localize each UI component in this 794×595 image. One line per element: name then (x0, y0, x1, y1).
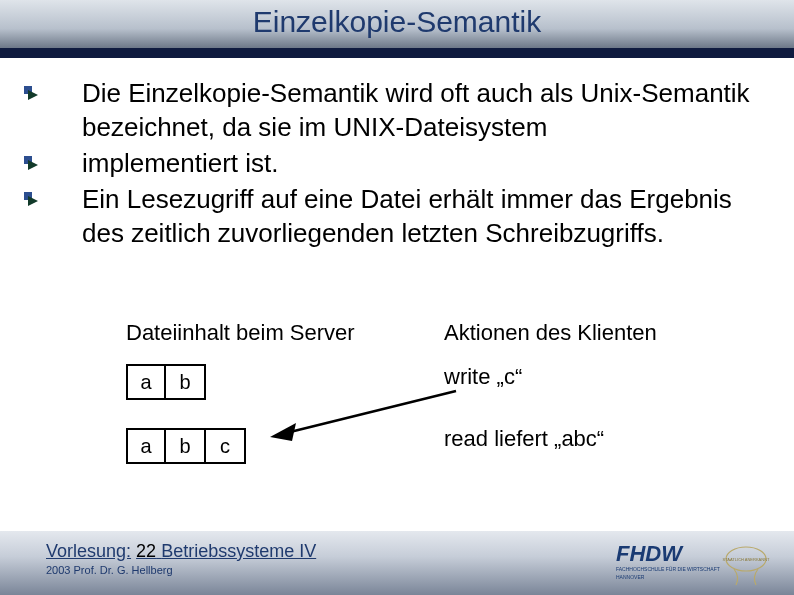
client-column-header: Aktionen des Klienten (444, 320, 784, 346)
bullet-item: implementiert ist. (24, 146, 776, 180)
illustration-area: Dateiinhalt beim Server a b a b c Aktion… (24, 320, 776, 531)
client-row-1: write „c“ (444, 364, 784, 390)
logo-main-text: FHDW (616, 541, 684, 566)
data-cell: c (206, 428, 246, 464)
bullet-item: Die Einzelkopie-Semantik wird oft auch a… (24, 76, 776, 144)
data-cell: a (126, 364, 166, 400)
slide-footer: Vorlesung: 22 Betriebssysteme IV 2003 Pr… (0, 531, 794, 595)
server-column-header: Dateiinhalt beim Server (126, 320, 446, 346)
lecture-title: Betriebssysteme IV (161, 541, 316, 561)
bullet-item: Ein Lesezugriff auf eine Datei erhält im… (24, 182, 776, 250)
client-column: Aktionen des Klienten write „c“ read lie… (444, 320, 784, 452)
svg-marker-3 (28, 160, 38, 170)
slide-title-bar: Einzelkopie-Semantik (0, 0, 794, 48)
arrow-bullet-icon (24, 156, 38, 170)
lecture-label: Vorlesung: (46, 541, 131, 561)
svg-marker-7 (270, 423, 296, 441)
bullet-text: Die Einzelkopie-Semantik wird oft auch a… (82, 76, 776, 144)
write-arrow-icon (266, 385, 458, 445)
arrow-bullet-icon (24, 86, 38, 100)
data-cell: a (126, 428, 166, 464)
svg-marker-5 (28, 196, 38, 206)
logo-sub1: FACHHOCHSCHULE FÜR DIE WIRTSCHAFT (616, 566, 720, 572)
write-action-label: write „c“ (444, 364, 522, 390)
arrow-bullet-icon (24, 192, 38, 206)
fhdw-logo: FHDW FACHHOCHSCHULE FÜR DIE WIRTSCHAFT H… (616, 541, 776, 587)
logo-seal-icon: STAATLICH ANERKANNT (723, 547, 771, 585)
data-cell: b (166, 364, 206, 400)
logo-sub2: HANNOVER (616, 574, 645, 580)
svg-line-6 (286, 391, 456, 433)
slide-title: Einzelkopie-Semantik (253, 0, 541, 44)
title-divider (0, 48, 794, 58)
bullet-text: Ein Lesezugriff auf eine Datei erhält im… (82, 182, 776, 250)
client-row-2: read liefert „abc“ (444, 426, 784, 452)
lecture-number: 22 (136, 541, 156, 561)
svg-marker-1 (28, 90, 38, 100)
data-cell: b (166, 428, 206, 464)
read-action-label: read liefert „abc“ (444, 426, 604, 452)
bullet-text: implementiert ist. (82, 146, 776, 180)
svg-text:STAATLICH ANERKANNT: STAATLICH ANERKANNT (723, 557, 771, 562)
